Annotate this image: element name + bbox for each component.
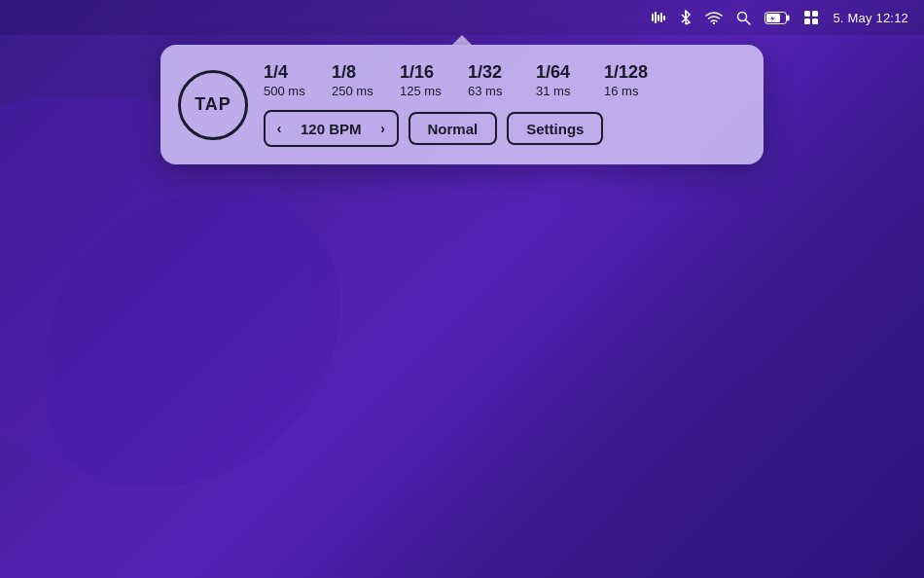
bpm-decrease-button[interactable]: ‹ (266, 112, 293, 145)
controls-row: ‹ 120 BPM › Normal Settings (264, 110, 744, 147)
popup-arrow (452, 35, 472, 45)
timing-row: 1/4 500 ms 1/8 250 ms 1/16 125 ms 1/32 6… (264, 62, 744, 98)
svg-rect-3 (660, 13, 662, 22)
controlcenter-icon[interactable] (803, 10, 819, 25)
svg-rect-4 (663, 16, 665, 20)
tap-button[interactable]: TAP (178, 70, 248, 140)
svg-rect-12 (804, 11, 810, 17)
bpm-increase-button[interactable]: › (370, 112, 397, 145)
svg-line-8 (746, 19, 751, 24)
popup-wrapper: TAP 1/4 500 ms 1/8 250 ms 1/16 125 ms (160, 35, 764, 164)
timing-cell-1-8: 1/8 250 ms (332, 62, 380, 98)
svg-rect-1 (655, 12, 657, 23)
popup-card: TAP 1/4 500 ms 1/8 250 ms 1/16 125 ms (160, 45, 764, 164)
timing-cell-1-128: 1/128 16 ms (604, 62, 653, 98)
svg-rect-15 (812, 18, 818, 24)
bg-blob-2 (49, 195, 340, 487)
timing-cell-1-16: 1/16 125 ms (400, 62, 448, 98)
bpm-value: 120 BPM (293, 121, 370, 137)
bpm-next-icon: › (380, 121, 385, 136)
svg-point-6 (713, 22, 715, 24)
bpm-prev-icon: ‹ (277, 121, 282, 136)
menubar-right: 5. May 12:12 (651, 10, 908, 25)
battery-icon[interactable] (764, 12, 790, 24)
svg-rect-14 (804, 18, 810, 24)
audio-levels-icon[interactable] (651, 10, 666, 25)
settings-button[interactable]: Settings (507, 112, 603, 145)
timing-cell-1-32: 1/32 63 ms (468, 62, 516, 98)
menubar-datetime: 5. May 12:12 (833, 11, 908, 25)
timing-cell-1-64: 1/64 31 ms (536, 62, 585, 98)
timing-section: 1/4 500 ms 1/8 250 ms 1/16 125 ms 1/32 6… (264, 62, 744, 147)
settings-label: Settings (526, 121, 584, 137)
bluetooth-icon[interactable] (680, 10, 692, 25)
timing-cell-1-4: 1/4 500 ms (264, 62, 312, 98)
wifi-icon[interactable] (705, 11, 723, 24)
svg-rect-13 (812, 11, 818, 17)
mode-button[interactable]: Normal (409, 112, 498, 145)
svg-rect-0 (652, 14, 654, 21)
bpm-control: ‹ 120 BPM › (264, 110, 399, 147)
tap-label: TAP (195, 94, 231, 115)
menubar: 5. May 12:12 (0, 0, 924, 35)
search-icon[interactable] (736, 11, 751, 25)
mode-label: Normal (428, 121, 479, 137)
svg-rect-2 (657, 15, 659, 21)
svg-rect-10 (787, 15, 790, 20)
